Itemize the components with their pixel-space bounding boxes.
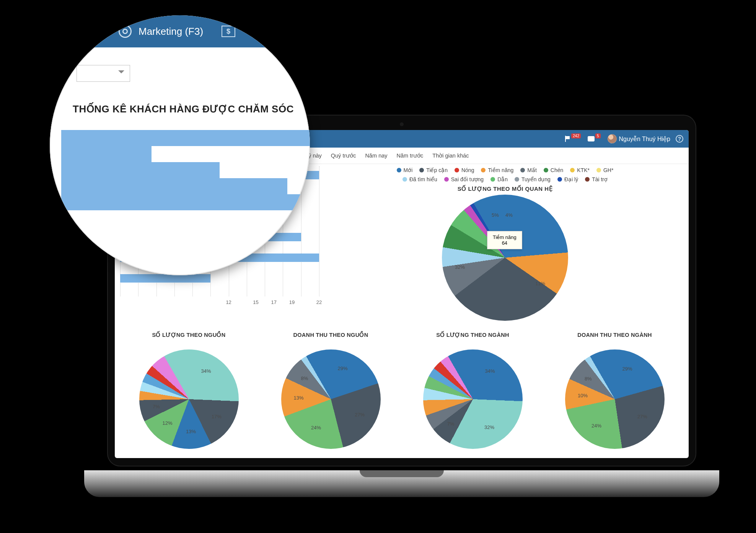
bar[interactable] <box>120 274 210 283</box>
legend-label: Tiếp cận <box>426 167 448 173</box>
legend-label: Đại lý <box>564 176 578 182</box>
bar <box>61 178 287 194</box>
legend-item[interactable]: Tiếp cận <box>419 167 448 173</box>
dropdown-select[interactable] <box>77 65 130 82</box>
legend-item[interactable]: Mất <box>520 167 537 173</box>
pie-pct-label: 24% <box>591 423 601 429</box>
legend-item[interactable]: Nóng <box>455 167 474 173</box>
pie-pct-label: 7% <box>153 404 160 410</box>
pie-pct-label: 24% <box>311 425 321 431</box>
small-pie-col: DOANH THU THEO NGUỒN29%27%24%13%8% <box>264 332 397 458</box>
big-pie-section: SỐ LƯỢNG THEO MỐI QUAN HỆ 32% 5% 11% 4% … <box>327 185 683 321</box>
small-pies-row: SỐ LƯỢNG THEO NGUỒN34%17%13%12%7%DOANH T… <box>122 332 681 458</box>
legend-swatch <box>490 177 495 182</box>
notifications-badge: 242 <box>571 133 581 138</box>
pie-pct-label: 29% <box>338 366 348 371</box>
small-pie-chart[interactable]: 34%32%7% <box>423 349 523 449</box>
help-button[interactable]: ? <box>676 135 683 143</box>
legend-label: Mất <box>527 167 537 173</box>
pie-label-4: 4% <box>505 212 513 218</box>
avatar <box>608 134 617 143</box>
messages-button[interactable]: 5 <box>588 136 602 141</box>
x-tick: 15 <box>253 299 258 305</box>
legend-label: KTK* <box>577 167 590 173</box>
legend-label: Sai đối tượng <box>451 176 484 182</box>
user-menu[interactable]: Nguyễn Thuý Hiệp <box>608 134 670 143</box>
pie-pct-label: 17% <box>212 414 222 419</box>
tooltip-label: Tiềm năng <box>493 234 516 240</box>
x-tick: 19 <box>289 299 295 305</box>
legend-item[interactable]: Đại lý <box>557 176 578 182</box>
bar <box>61 146 152 162</box>
legend-swatch <box>570 168 575 172</box>
filter-6[interactable]: Quý trước <box>328 151 359 160</box>
pie-tooltip: Tiềm năng 64 <box>487 231 522 249</box>
legend-item[interactable]: Chén <box>544 167 563 173</box>
magnifier-nav: Marketing (F3) <box>50 15 310 47</box>
filter-7[interactable]: Năm nay <box>362 151 391 160</box>
laptop-base <box>84 470 719 497</box>
legend-swatch <box>444 177 449 182</box>
legend-swatch <box>455 168 459 172</box>
pie-pct-label: 8% <box>585 376 592 382</box>
pie-pct-label: 32% <box>484 424 494 430</box>
small-pie-chart[interactable]: 29%27%24%13%8% <box>281 349 381 449</box>
filter-8[interactable]: Năm trước <box>394 151 427 160</box>
legend-label: Nóng <box>461 167 474 173</box>
target-icon <box>119 25 132 38</box>
legend-swatch <box>585 177 590 182</box>
legend-item[interactable]: Tài trợ <box>585 176 608 182</box>
legend-item[interactable]: Dẫn <box>490 176 508 182</box>
chevron-down-icon <box>118 70 124 76</box>
legend-swatch <box>402 177 407 182</box>
legend-swatch <box>419 168 424 172</box>
webcam-icon <box>400 122 404 126</box>
legend-swatch <box>557 177 562 182</box>
chat-icon <box>588 136 595 141</box>
legend-item[interactable]: Mới <box>397 167 413 173</box>
nav-marketing-label[interactable]: Marketing (F3) <box>138 26 203 37</box>
magnifier-section-title: THỐNG KÊ KHÁCH HÀNG ĐƯỢC CHĂM SÓC <box>73 103 294 115</box>
big-pie-title: SỐ LƯỢNG THEO MỐI QUAN HỆ <box>327 185 683 192</box>
legend-swatch <box>397 168 401 172</box>
small-pie-chart[interactable]: 29%27%24%10%8% <box>565 349 665 449</box>
chart-legend: MớiTiếp cậnNóngTiềm năngMấtChénKTK*GH*Đã… <box>327 166 683 183</box>
legend-item[interactable]: Đã tìm hiểu <box>402 176 437 182</box>
legend-label: Mới <box>404 167 413 173</box>
small-pie-title: DOANH THU THEO NGÀNH <box>548 332 681 338</box>
legend-swatch <box>515 177 519 182</box>
x-tick: 12 <box>226 299 231 305</box>
pie-label-32: 32% <box>455 264 465 270</box>
filter-9[interactable]: Thời gian khác <box>429 151 472 160</box>
pie-pct-label: 29% <box>622 366 632 372</box>
x-tick: 22 <box>316 299 322 305</box>
legend-item[interactable]: Tuyển dụng <box>515 176 551 182</box>
notifications-button[interactable]: 242 <box>564 136 582 142</box>
legend-item[interactable]: GH* <box>596 167 613 173</box>
pie-pct-label: 13% <box>294 395 304 401</box>
magnifier-overlay: Marketing (F3) THỐNG KÊ KHÁCH HÀNG ĐƯỢC … <box>50 15 310 275</box>
legend-swatch <box>596 168 601 172</box>
legend-label: Tuyển dụng <box>521 176 551 182</box>
pie-pct-label: 34% <box>201 368 211 374</box>
small-pie-col: SỐ LƯỢNG THEO NGÀNH34%32%7% <box>406 332 539 458</box>
legend-swatch <box>481 168 486 172</box>
bar <box>61 130 310 146</box>
legend-item[interactable]: Tiềm năng <box>481 167 513 173</box>
pie-pct-label: 27% <box>637 414 647 419</box>
relationship-pie-chart[interactable]: 32% 5% 11% 4% Tiềm năng 64 <box>442 195 568 321</box>
legend-item[interactable]: Sai đối tượng <box>444 176 484 182</box>
small-pie-chart[interactable]: 34%17%13%12%7% <box>139 349 239 449</box>
tooltip-value: 64 <box>493 240 516 246</box>
small-pie-col: SỐ LƯỢNG THEO NGUỒN34%17%13%12%7% <box>122 332 255 458</box>
pie-pct-label: 10% <box>578 393 588 398</box>
pie-pct-label: 8% <box>301 375 308 381</box>
small-pie-title: SỐ LƯỢNG THEO NGÀNH <box>406 332 539 338</box>
invoice-icon[interactable] <box>222 26 235 37</box>
small-pie-col: DOANH THU THEO NGÀNH29%27%24%10%8% <box>548 332 681 458</box>
legend-item[interactable]: KTK* <box>570 167 590 173</box>
user-name: Nguyễn Thuý Hiệp <box>619 135 670 143</box>
pie-pct-label: 34% <box>485 368 495 374</box>
bar <box>61 194 310 210</box>
legend-label: Tiềm năng <box>488 167 513 173</box>
